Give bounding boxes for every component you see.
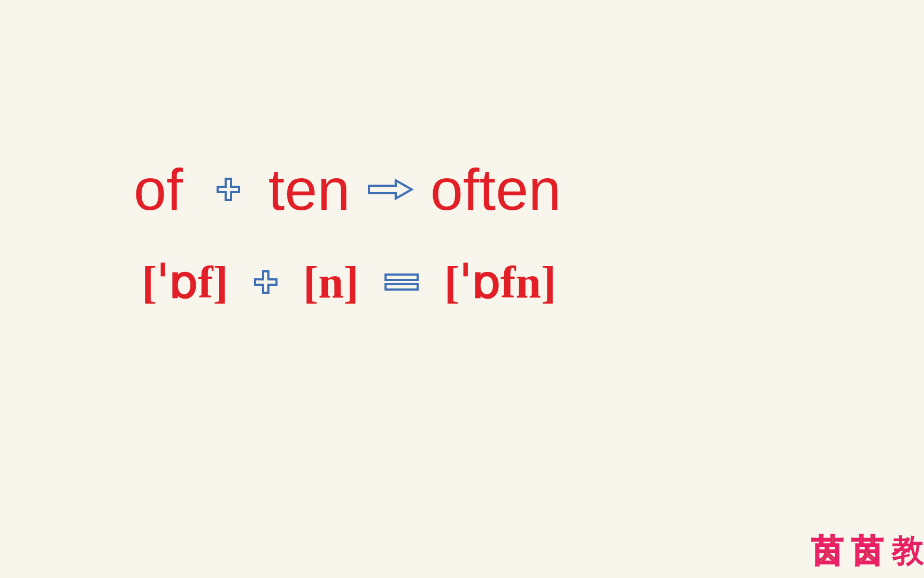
ipa-result: [ˈɒfn] — [444, 255, 556, 308]
word-result: often — [430, 155, 561, 223]
equals-icon — [383, 271, 420, 293]
watermark: 茵 茵 教 — [812, 529, 924, 573]
arrow-right-icon — [366, 176, 414, 203]
ipa-formation-row: [ˈɒf] [n] [ˈɒfn] — [134, 255, 722, 308]
word-formation-row: of ten often — [134, 155, 722, 223]
ipa-part-1: [ˈɒf] — [142, 255, 228, 308]
word-part-2: ten — [268, 155, 350, 223]
svg-rect-0 — [386, 275, 418, 280]
word-part-1: of — [134, 155, 183, 223]
svg-rect-1 — [386, 284, 418, 290]
plus-icon — [215, 176, 242, 203]
ipa-part-2: [n] — [303, 256, 359, 308]
watermark-char-2: 茵 — [852, 529, 884, 573]
plus-icon — [252, 269, 279, 295]
watermark-char-3: 教 — [892, 529, 924, 573]
lesson-content: of ten often [ˈɒf] [n] — [134, 155, 722, 340]
watermark-char-1: 茵 — [812, 529, 844, 573]
